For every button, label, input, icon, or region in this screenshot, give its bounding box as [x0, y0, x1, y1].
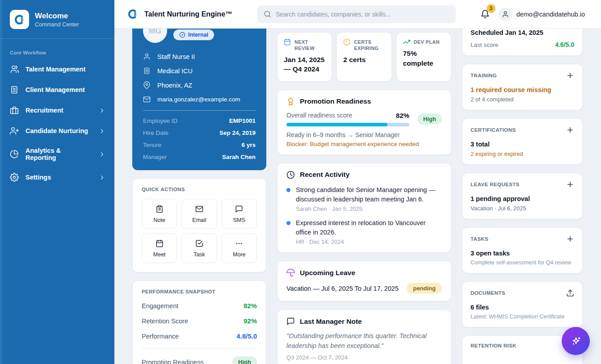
sidebar-item-analytics-reporting[interactable]: Analytics & Reporting — [0, 141, 114, 167]
app-logo — [10, 10, 29, 29]
divider — [142, 348, 257, 349]
sidebar-item-label: Settings — [25, 174, 51, 181]
clipboard-icon — [156, 205, 164, 213]
sidebar-item-label: Recruitment — [25, 107, 63, 114]
candidatehub-logo-icon — [14, 14, 25, 25]
performance-title: PERFORMANCE SNAPSHOT — [142, 289, 257, 294]
add-task-button[interactable] — [566, 235, 574, 243]
metric-label: Engagement — [142, 302, 178, 310]
add-leave-request-button[interactable] — [566, 180, 574, 188]
readiness-progress-bar — [286, 123, 409, 126]
meet-button[interactable]: Meet — [142, 233, 177, 263]
retention-risk-title: RETENTION RISK — [471, 343, 517, 348]
card-title: Last Manager Note — [300, 318, 362, 326]
stat-cards-row: NEXT REVIEW Jan 14, 2025 — Q4 2024 CERTS… — [277, 32, 451, 82]
chevron-right-icon — [99, 128, 105, 134]
profile-email-row: maria.gonzalez@example.com — [143, 96, 256, 103]
search-bar[interactable] — [257, 5, 456, 23]
performance-row: Performance 4.8/5.0 — [142, 332, 257, 340]
message-icon — [286, 317, 295, 326]
message-icon — [235, 205, 243, 213]
performance-snapshot-card: PERFORMANCE SNAPSHOT Engagement 82% Rete… — [132, 280, 266, 364]
divider — [143, 110, 256, 111]
pending-badge: pending — [407, 283, 442, 294]
check-square-icon — [195, 239, 203, 247]
sidebar-item-talent-management[interactable]: Talent Management — [0, 59, 114, 79]
internal-badge: Internal — [173, 29, 214, 40]
meta-label: Employee ID — [143, 117, 177, 124]
middle-column: NEXT REVIEW Jan 14, 2025 — Q4 2024 CERTS… — [277, 32, 451, 364]
action-label: Meet — [153, 251, 166, 258]
upload-document-button[interactable] — [566, 289, 574, 297]
ai-assistant-fab[interactable] — [562, 327, 590, 355]
add-certification-button[interactable] — [566, 126, 574, 134]
mail-icon — [143, 96, 151, 103]
sidebar-item-recruitment[interactable]: Recruitment — [0, 100, 114, 121]
action-label: Task — [193, 251, 205, 258]
internal-badge-label: Internal — [188, 32, 208, 38]
sidebar-nav: Talent Management Client Management Recr… — [0, 59, 114, 188]
tasks-line2: Complete self-assessment for Q4 review — [471, 259, 574, 266]
tenure-row: Tenure 6 yrs — [143, 142, 256, 148]
last-score-value: 4.6/5.0 — [555, 41, 574, 48]
action-label: SMS — [233, 217, 245, 223]
building-icon — [143, 67, 151, 75]
user-icon — [143, 53, 151, 60]
tasks-title: TASKS — [471, 236, 488, 242]
alert-circle-icon — [343, 38, 350, 46]
header-right-cluster: 3 demo@candidatehub.io — [480, 8, 585, 21]
readiness-progress-fill — [286, 123, 387, 126]
action-label: Email — [192, 217, 206, 223]
note-button[interactable]: Note — [142, 199, 177, 229]
app-title: Talent Nurturing Engine™ — [144, 10, 232, 18]
notification-badge: 3 — [487, 4, 496, 13]
more-button[interactable]: More — [222, 233, 257, 263]
profile-location-row: Phoenix, AZ — [143, 81, 256, 89]
certifications-line2: 2 expiring or expired — [471, 151, 574, 157]
sms-button[interactable]: SMS — [222, 199, 257, 229]
activity-meta: HR · Dec 14, 2024 — [296, 238, 442, 245]
ellipsis-icon — [235, 239, 243, 247]
score-value: 82% — [396, 112, 409, 119]
email-button[interactable]: Email — [181, 199, 217, 229]
sidebar-welcome: Welcome Command Center — [35, 11, 79, 28]
avatar: MG — [143, 29, 167, 43]
user-menu[interactable]: demo@candidatehub.io — [499, 8, 585, 21]
meta-value: 6 yrs — [241, 142, 256, 148]
user-email: demo@candidatehub.io — [517, 11, 585, 18]
stat-label: DEV PLAN — [414, 39, 440, 45]
user-plus-icon — [10, 126, 19, 135]
documents-line1: 6 files — [471, 304, 574, 311]
next-review-stat-card: NEXT REVIEW Jan 14, 2025 — Q4 2024 — [277, 32, 332, 82]
location: Phoenix, AZ — [157, 82, 192, 89]
manager-note-quote: "Outstanding performance this quarter. T… — [286, 331, 442, 351]
sidebar-item-candidate-nurturing[interactable]: Candidate Nurturing — [0, 121, 114, 141]
training-line2: 2 of 4 completed — [471, 96, 574, 103]
sidebar-item-label: Analytics & Reporting — [25, 147, 92, 161]
notifications-button[interactable]: 3 — [480, 9, 490, 19]
map-pin-icon — [143, 81, 151, 89]
activity-meta: Sarah Chen · Jan 5, 2025 — [296, 205, 442, 212]
training-card: TRAINING 1 required course missing 2 of … — [462, 64, 583, 110]
card-title: Recent Activity — [300, 171, 349, 179]
bullet-dot-icon — [286, 221, 290, 225]
promotion-readiness-card: Promotion Readiness Overall readiness sc… — [277, 90, 451, 155]
certifications-title: CERTIFICATIONS — [471, 127, 516, 133]
plus-icon — [566, 235, 574, 243]
sidebar-item-client-management[interactable]: Client Management — [0, 79, 114, 100]
leave-text: Vacation — Jul 6, 2025 To Jul 17, 2025 — [286, 285, 399, 292]
profile-department-row: Medical ICU — [143, 67, 256, 75]
upcoming-leave-card: Upcoming Leave Vacation — Jul 6, 2025 To… — [277, 261, 451, 301]
add-training-button[interactable] — [566, 71, 574, 79]
card-title: Promotion Readiness — [300, 97, 371, 105]
activity-text: Expressed interest in relocation to Vanc… — [296, 218, 442, 237]
high-badge: High — [417, 113, 442, 125]
activity-item: Strong candidate for Senior Manager open… — [286, 185, 442, 212]
manager-row: Manager Sarah Chen — [143, 154, 256, 160]
search-input[interactable] — [276, 11, 450, 18]
sidebar-item-settings[interactable]: Settings — [0, 167, 114, 188]
stat-value: 2 certs — [343, 55, 385, 65]
promotion-readiness-row: Promotion Readiness High — [142, 356, 257, 364]
employee-profile-card: MG Internal Staff Nurse II — [132, 29, 266, 170]
task-button[interactable]: Task — [181, 233, 217, 263]
